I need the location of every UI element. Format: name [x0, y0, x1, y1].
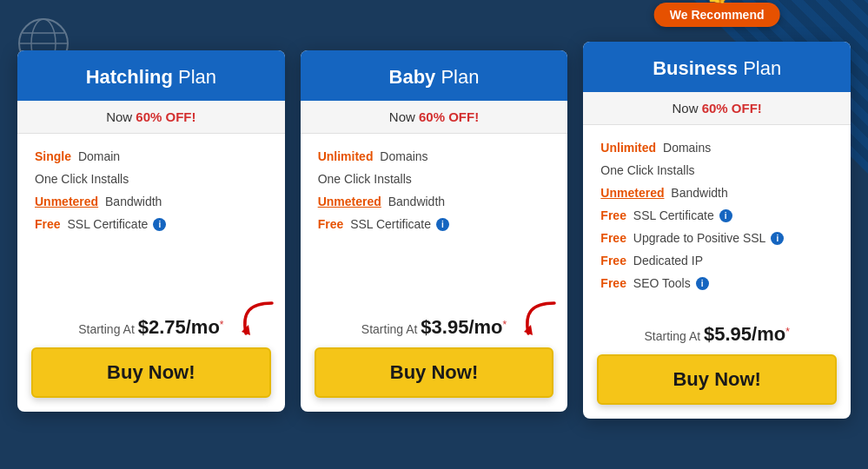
hatchling-arrow [233, 299, 276, 342]
hatchling-plan-title: Hatchling Plan [31, 66, 271, 89]
ssl-info-icon[interactable]: i [153, 218, 166, 231]
positive-ssl-info-icon[interactable]: i [771, 232, 784, 245]
hatchling-header: Hatchling Plan [17, 50, 285, 101]
business-header: Business Plan [583, 42, 851, 92]
hatchling-buy-button[interactable]: Buy Now! [31, 347, 271, 398]
baby-plan-title: Baby Plan [315, 66, 554, 89]
hatchling-asterisk: * [220, 319, 224, 331]
feature-unlimited-domains-biz: Unlimited Domains [600, 141, 833, 155]
baby-asterisk: * [503, 319, 507, 331]
hatchling-discount-value: 60% OFF! [136, 109, 195, 124]
business-plan-card: We Recommend Business Plan Now 60% OFF! … [583, 42, 851, 419]
feature-unmetered-bandwidth: Unmetered Bandwidth [35, 195, 268, 208]
feature-dedicated-ip: Free Dedicated IP [600, 254, 833, 268]
feature-ssl-certificate-baby: Free SSL Certificate i [318, 217, 551, 231]
ssl-info-icon-biz[interactable]: i [719, 209, 732, 222]
business-asterisk: * [785, 326, 790, 338]
feature-one-click-installs-baby: One Click Installs [318, 172, 551, 186]
baby-pricing: Starting At $3.95/mo* [301, 307, 568, 344]
feature-positive-ssl: Free Upgrade to Positive SSL i [600, 231, 833, 245]
baby-plan-card: Baby Plan Now 60% OFF! Unlimited Domains… [301, 50, 568, 412]
business-price-prefix: Starting At [645, 329, 704, 343]
seo-tools-info-icon[interactable]: i [696, 277, 709, 290]
business-pricing: Starting At $5.95/mo* [583, 314, 851, 351]
business-price: $5.95/mo [704, 323, 785, 345]
business-name-rest: Plan [738, 57, 781, 79]
feature-single-domain: Single Domain [35, 149, 268, 163]
pricing-cards-container: Hatchling Plan Now 60% OFF! Single Domai… [17, 50, 851, 419]
hatchling-features: Single Domain One Click Installs Unmeter… [17, 134, 285, 307]
business-discount-value: 60% OFF! [702, 101, 762, 116]
hatchling-price-prefix: Starting At [78, 322, 137, 336]
baby-discount: Now 60% OFF! [301, 101, 568, 134]
feature-one-click-installs: One Click Installs [35, 172, 268, 186]
hatchling-pricing: Starting At $2.75/mo* [17, 307, 285, 344]
hatchling-name-bold: Hatchling [86, 66, 173, 88]
feature-ssl-certificate: Free SSL Certificate i [35, 217, 268, 231]
feature-one-click-installs-biz: One Click Installs [600, 163, 833, 177]
baby-arrow [515, 299, 559, 342]
baby-name-rest: Plan [435, 66, 479, 88]
business-plan-title: Business Plan [597, 57, 837, 80]
feature-unmetered-bandwidth-baby: Unmetered Bandwidth [318, 195, 551, 208]
feature-unlimited-domains: Unlimited Domains [318, 149, 551, 163]
baby-name-bold: Baby [389, 66, 436, 88]
baby-discount-value: 60% OFF! [419, 109, 479, 124]
baby-price: $3.95/mo [421, 316, 502, 338]
feature-unmetered-bandwidth-biz: Unmetered Bandwidth [600, 186, 833, 200]
feature-ssl-certificate-biz: Free SSL Certificate i [600, 208, 833, 222]
recommend-badge-label: We Recommend [670, 8, 765, 22]
business-discount: Now 60% OFF! [583, 92, 851, 125]
business-features: Unlimited Domains One Click Installs Unm… [583, 125, 851, 314]
hatchling-discount: Now 60% OFF! [17, 101, 285, 134]
business-buy-button[interactable]: Buy Now! [597, 354, 837, 405]
baby-features: Unlimited Domains One Click Installs Unm… [301, 134, 568, 307]
baby-header: Baby Plan [301, 50, 568, 101]
ssl-info-icon-baby[interactable]: i [436, 218, 449, 231]
hatchling-price: $2.75/mo [138, 316, 220, 338]
business-name-bold: Business [653, 57, 738, 79]
hatchling-plan-card: Hatchling Plan Now 60% OFF! Single Domai… [17, 50, 285, 412]
hatchling-name-rest: Plan [173, 66, 216, 88]
feature-seo-tools: Free SEO Tools i [600, 276, 833, 290]
baby-price-prefix: Starting At [361, 322, 421, 336]
recommend-badge: We Recommend [654, 3, 780, 27]
baby-buy-button[interactable]: Buy Now! [315, 347, 554, 398]
